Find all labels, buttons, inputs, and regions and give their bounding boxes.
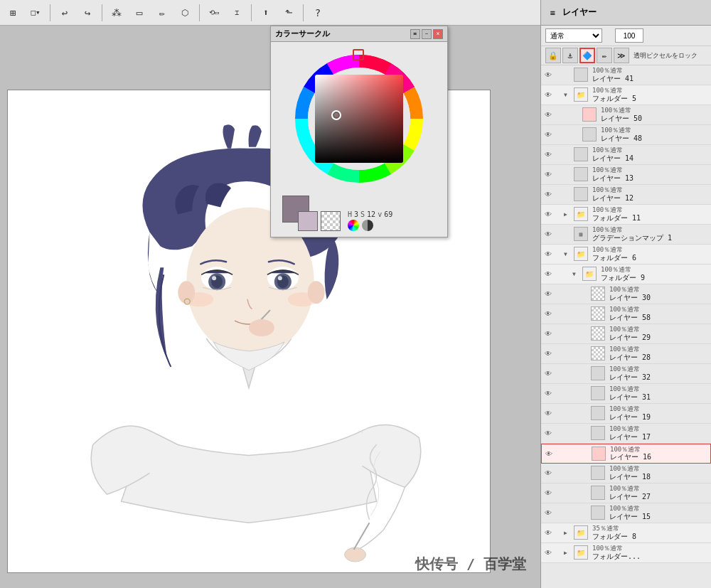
svg-point-12 bbox=[278, 276, 282, 280]
layer-visibility-btn[interactable]: 👁 bbox=[542, 289, 554, 300]
layer-visibility-btn[interactable]: 👁 bbox=[542, 309, 554, 320]
folder-expand-btn[interactable]: ▼ bbox=[572, 271, 579, 277]
svg-point-15 bbox=[178, 281, 195, 304]
layer-item[interactable]: 👁 100％通常 レイヤー 12 bbox=[541, 185, 711, 205]
layer-visibility-btn[interactable]: 👁 bbox=[542, 189, 554, 201]
layer-list[interactable]: 👁 100％通常 レイヤー 41 👁 ▼ 📁 100％通常 フォルダー 5 bbox=[541, 65, 711, 588]
folder-expand-btn[interactable]: ▶ bbox=[564, 530, 571, 536]
layer-visibility-btn[interactable]: 👁 bbox=[542, 408, 554, 419]
layer-visibility-btn[interactable]: 👁 bbox=[542, 388, 554, 400]
layer-visibility-btn[interactable]: 👁 bbox=[542, 209, 554, 220]
folder-expand-btn[interactable]: ▼ bbox=[564, 92, 571, 98]
toolbar-redo[interactable]: ↪ bbox=[77, 3, 97, 23]
layer-visibility-btn[interactable]: 👁 bbox=[542, 269, 554, 280]
layer-item[interactable]: 👁 ▼ 📁 100％通常 フォルダー 6 bbox=[541, 245, 711, 264]
color-wheel-wrapper[interactable] bbox=[288, 48, 430, 190]
toolbar-pen[interactable]: ✏ bbox=[152, 3, 172, 23]
layer-item[interactable]: 👁 100％通常 レイヤー 13 bbox=[541, 165, 711, 185]
layer-info: 100％通常 フォルダー 6 bbox=[591, 247, 710, 262]
folder-expand-btn[interactable]: ▶ bbox=[564, 211, 571, 218]
lock-all-btn[interactable]: 🔒 bbox=[545, 48, 561, 63]
layer-visibility-btn[interactable]: 👁 bbox=[542, 468, 554, 479]
layer-visibility-btn[interactable]: 👁 bbox=[542, 169, 554, 181]
layer-visibility-btn[interactable]: 👁 bbox=[542, 70, 554, 81]
layer-item[interactable]: 👁 100％通常 レイヤー 31 bbox=[541, 384, 711, 404]
toolbar-undo[interactable]: ↩ bbox=[55, 3, 75, 23]
layer-item[interactable]: 👁 ▼ 📁 100％通常 フォルダー 5 bbox=[541, 85, 711, 105]
layer-visibility-btn[interactable]: 👁 bbox=[542, 547, 554, 559]
lock-pos-btn[interactable]: ⚓ bbox=[562, 48, 578, 63]
layer-item[interactable]: 👁 100％通常 レイヤー 41 bbox=[541, 65, 711, 85]
transparency-swatch[interactable] bbox=[321, 211, 341, 231]
layer-mode-label: 100％通常 bbox=[601, 107, 710, 114]
layer-visibility-btn[interactable]: 👁 bbox=[542, 249, 554, 260]
layer-item[interactable]: 👁 100％通常 レイヤー 58 bbox=[541, 304, 711, 324]
layer-visibility-btn[interactable]: 👁 bbox=[542, 129, 554, 141]
layer-item[interactable]: 👁 100％通常 レイヤー 30 bbox=[541, 284, 711, 304]
layer-thumbnail bbox=[591, 506, 605, 520]
layer-visibility-btn[interactable]: 👁 bbox=[542, 90, 554, 101]
layer-item[interactable]: 👁 100％通常 レイヤー 28 bbox=[541, 344, 711, 364]
layer-item[interactable]: 👁 100％通常 レイヤー 48 bbox=[541, 125, 711, 145]
layer-item[interactable]: 👁 100％通常 レイヤー 50 bbox=[541, 105, 711, 125]
layer-item[interactable]: 👁 100％通常 レイヤー 19 bbox=[541, 404, 711, 424]
layer-item[interactable]: 👁 100％通常 レイヤー 32 bbox=[541, 364, 711, 384]
layer-visibility-btn[interactable]: 👁 bbox=[542, 508, 554, 519]
layer-name-label: フォルダー 9 bbox=[601, 274, 710, 282]
layer-mode-label: 100％通常 bbox=[609, 466, 710, 473]
color-circle-menu-btn[interactable]: ≡ bbox=[410, 29, 420, 39]
toolbar-transform[interactable]: ⁂ bbox=[107, 3, 127, 23]
layer-item[interactable]: 👁 100％通常 レイヤー 27 bbox=[541, 483, 711, 503]
color-circle-close-btn[interactable]: × bbox=[433, 29, 443, 39]
layer-item[interactable]: 👁 ▦ 100％通常 グラデーションマップ 1 bbox=[541, 225, 711, 245]
layer-item[interactable]: 👁 100％通常 レイヤー 16 bbox=[541, 444, 711, 464]
layer-visibility-btn[interactable]: 👁 bbox=[542, 109, 554, 121]
lock-draw-btn[interactable]: ✏ bbox=[597, 48, 612, 63]
layer-visibility-btn[interactable]: 👁 bbox=[542, 328, 554, 340]
layer-visibility-btn[interactable]: 👁 bbox=[543, 448, 555, 459]
color-circle-min-btn[interactable]: － bbox=[422, 29, 432, 39]
lock-transparent-btn[interactable]: 🔷 bbox=[579, 48, 595, 63]
toolbar-sep2 bbox=[102, 4, 102, 21]
layer-item[interactable]: 👁 ▶ 📁 100％通常 フォルダー... bbox=[541, 543, 711, 563]
layer-thumbnail bbox=[591, 346, 605, 360]
background-color-swatch[interactable] bbox=[298, 211, 318, 231]
toolbar-icon8[interactable]: ⟲▭ bbox=[204, 3, 224, 23]
toolbar-icon10[interactable]: ⬆ bbox=[256, 3, 276, 23]
layer-name-label: フォルダー 11 bbox=[592, 214, 710, 222]
layer-item[interactable]: 👁 100％通常 レイヤー 29 bbox=[541, 324, 711, 344]
layer-visibility-btn[interactable]: 👁 bbox=[542, 488, 554, 499]
toolbar-icon2[interactable]: □▾ bbox=[26, 3, 46, 23]
layer-info: 100％通常 レイヤー 17 bbox=[608, 426, 710, 441]
layer-item[interactable]: 👁 ▶ 📁 35％通常 フォルダー 8 bbox=[541, 523, 711, 543]
folder-expand-btn[interactable]: ▶ bbox=[564, 550, 571, 556]
layer-visibility-btn[interactable]: 👁 bbox=[542, 149, 554, 161]
layer-info: 100％通常 フォルダー... bbox=[591, 545, 710, 560]
toolbar-help[interactable]: ? bbox=[308, 3, 328, 23]
layer-item[interactable]: 👁 100％通常 レイヤー 17 bbox=[541, 424, 711, 444]
opacity-input[interactable] bbox=[615, 28, 643, 43]
folder-expand-btn[interactable]: ▼ bbox=[564, 251, 571, 257]
hsv-values: H 3 S 12 v 69 bbox=[348, 210, 436, 218]
layer-item[interactable]: 👁 100％通常 レイヤー 15 bbox=[541, 503, 711, 523]
toolbar-lasso[interactable]: ⬡ bbox=[175, 3, 195, 23]
toolbar-crop[interactable]: ▭ bbox=[129, 3, 149, 23]
lock-more-btn[interactable]: ≫ bbox=[614, 48, 629, 63]
layer-visibility-btn[interactable]: 👁 bbox=[542, 229, 554, 240]
color-wheel-svg[interactable] bbox=[288, 48, 430, 190]
layer-item[interactable]: 👁 100％通常 レイヤー 14 bbox=[541, 145, 711, 165]
layer-name-label: レイヤー 58 bbox=[609, 314, 710, 321]
layer-item[interactable]: 👁 ▶ 📁 100％通常 フォルダー 11 bbox=[541, 205, 711, 225]
layer-visibility-btn[interactable]: 👁 bbox=[542, 428, 554, 439]
layer-name-label: レイヤー 12 bbox=[592, 194, 710, 202]
toolbar-icon9[interactable]: ⌶ bbox=[227, 3, 247, 23]
layer-visibility-btn[interactable]: 👁 bbox=[542, 368, 554, 380]
layer-item[interactable]: 👁 ▼ 📁 100％通常 フォルダー 9 bbox=[541, 264, 711, 284]
toolbar-icon11[interactable]: ⬑ bbox=[279, 3, 299, 23]
toolbar-new[interactable]: ⊞ bbox=[3, 3, 23, 23]
layer-visibility-btn[interactable]: 👁 bbox=[542, 528, 554, 539]
blend-mode-select[interactable]: 通常 乗算 スクリーン オーバーレイ bbox=[545, 28, 602, 43]
layer-visibility-btn[interactable]: 👁 bbox=[542, 348, 554, 360]
layer-lock-icon bbox=[554, 210, 564, 220]
layer-item[interactable]: 👁 100％通常 レイヤー 18 bbox=[541, 464, 711, 483]
